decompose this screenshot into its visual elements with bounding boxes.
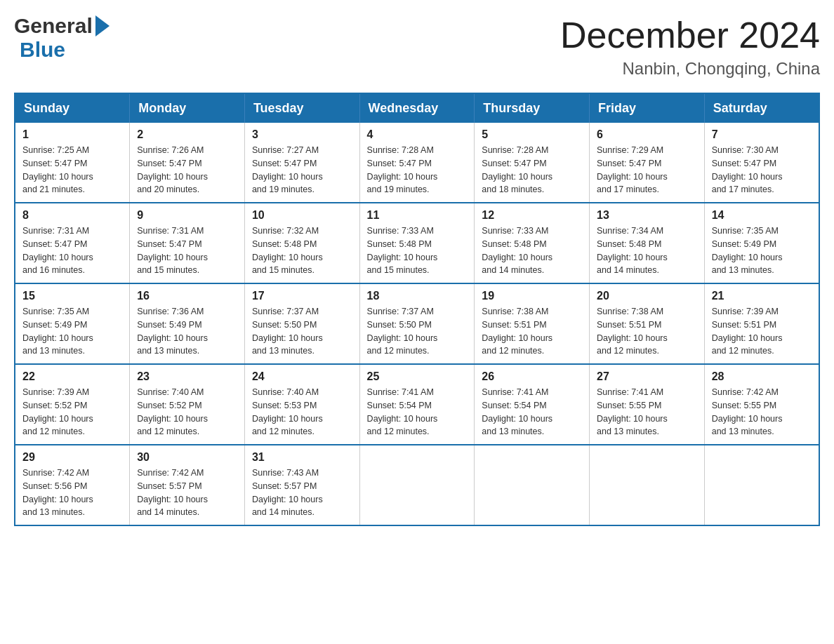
day-cell: 16 Sunrise: 7:36 AMSunset: 5:49 PMDaylig… (130, 283, 245, 364)
day-info: Sunrise: 7:26 AMSunset: 5:47 PMDaylight:… (137, 144, 237, 196)
day-cell: 22 Sunrise: 7:39 AMSunset: 5:52 PMDaylig… (15, 364, 130, 445)
page-header: General Blue December 2024 Nanbin, Chong… (14, 14, 820, 79)
location-title: Nanbin, Chongqing, China (560, 59, 820, 79)
day-number: 7 (712, 128, 812, 141)
day-cell: 4 Sunrise: 7:28 AMSunset: 5:47 PMDayligh… (359, 123, 475, 203)
day-number: 1 (22, 128, 122, 141)
day-info: Sunrise: 7:40 AMSunset: 5:52 PMDaylight:… (137, 386, 237, 438)
day-number: 21 (712, 290, 812, 302)
day-cell: 29 Sunrise: 7:42 AMSunset: 5:56 PMDaylig… (15, 445, 130, 525)
day-cell: 12 Sunrise: 7:33 AMSunset: 5:48 PMDaylig… (475, 203, 590, 283)
day-number: 22 (22, 370, 122, 383)
week-row-1: 1 Sunrise: 7:25 AMSunset: 5:47 PMDayligh… (15, 123, 819, 203)
day-number: 2 (137, 128, 237, 141)
day-cell: 23 Sunrise: 7:40 AMSunset: 5:52 PMDaylig… (130, 364, 245, 445)
day-cell: 10 Sunrise: 7:32 AMSunset: 5:48 PMDaylig… (244, 203, 359, 283)
day-cell: 8 Sunrise: 7:31 AMSunset: 5:47 PMDayligh… (15, 203, 130, 283)
day-info: Sunrise: 7:37 AMSunset: 5:50 PMDaylight:… (252, 305, 352, 358)
day-number: 13 (597, 209, 697, 222)
day-cell (704, 445, 819, 525)
day-number: 24 (252, 370, 352, 383)
day-info: Sunrise: 7:38 AMSunset: 5:51 PMDaylight:… (482, 305, 582, 358)
day-number: 11 (367, 209, 468, 222)
month-title: December 2024 (560, 14, 820, 56)
day-info: Sunrise: 7:42 AMSunset: 5:55 PMDaylight:… (712, 386, 812, 438)
day-info: Sunrise: 7:33 AMSunset: 5:48 PMDaylight:… (367, 224, 468, 277)
day-cell: 13 Sunrise: 7:34 AMSunset: 5:48 PMDaylig… (590, 203, 705, 283)
day-info: Sunrise: 7:41 AMSunset: 5:55 PMDaylight:… (597, 386, 697, 438)
day-number: 27 (597, 370, 697, 383)
header-thursday: Thursday (475, 93, 590, 123)
day-number: 10 (252, 209, 352, 222)
day-cell: 26 Sunrise: 7:41 AMSunset: 5:54 PMDaylig… (475, 364, 590, 445)
day-number: 31 (252, 451, 352, 464)
logo-blue: Blue (17, 38, 154, 62)
day-number: 26 (482, 370, 582, 383)
day-info: Sunrise: 7:41 AMSunset: 5:54 PMDaylight:… (367, 386, 468, 438)
day-info: Sunrise: 7:30 AMSunset: 5:47 PMDaylight:… (712, 144, 812, 196)
day-info: Sunrise: 7:40 AMSunset: 5:53 PMDaylight:… (252, 386, 352, 438)
week-row-5: 29 Sunrise: 7:42 AMSunset: 5:56 PMDaylig… (15, 445, 819, 525)
day-number: 4 (367, 128, 468, 141)
day-cell: 19 Sunrise: 7:38 AMSunset: 5:51 PMDaylig… (475, 283, 590, 364)
day-cell: 1 Sunrise: 7:25 AMSunset: 5:47 PMDayligh… (15, 123, 130, 203)
day-number: 18 (367, 290, 468, 302)
header-sunday: Sunday (15, 93, 130, 123)
day-cell (590, 445, 705, 525)
day-info: Sunrise: 7:32 AMSunset: 5:48 PMDaylight:… (252, 224, 352, 277)
logo-general: General (14, 14, 93, 38)
day-cell: 20 Sunrise: 7:38 AMSunset: 5:51 PMDaylig… (590, 283, 705, 364)
day-cell: 5 Sunrise: 7:28 AMSunset: 5:47 PMDayligh… (475, 123, 590, 203)
day-cell: 7 Sunrise: 7:30 AMSunset: 5:47 PMDayligh… (704, 123, 819, 203)
day-cell: 27 Sunrise: 7:41 AMSunset: 5:55 PMDaylig… (590, 364, 705, 445)
header-friday: Friday (590, 93, 705, 123)
day-cell: 14 Sunrise: 7:35 AMSunset: 5:49 PMDaylig… (704, 203, 819, 283)
logo: General Blue (14, 14, 154, 62)
day-info: Sunrise: 7:28 AMSunset: 5:47 PMDaylight:… (482, 144, 582, 196)
day-number: 9 (137, 209, 237, 222)
day-info: Sunrise: 7:31 AMSunset: 5:47 PMDaylight:… (137, 224, 237, 277)
day-cell: 15 Sunrise: 7:35 AMSunset: 5:49 PMDaylig… (15, 283, 130, 364)
day-info: Sunrise: 7:42 AMSunset: 5:56 PMDaylight:… (22, 467, 122, 519)
day-number: 12 (482, 209, 582, 222)
day-cell: 30 Sunrise: 7:42 AMSunset: 5:57 PMDaylig… (130, 445, 245, 525)
day-cell: 6 Sunrise: 7:29 AMSunset: 5:47 PMDayligh… (590, 123, 705, 203)
day-info: Sunrise: 7:42 AMSunset: 5:57 PMDaylight:… (137, 467, 237, 519)
week-row-4: 22 Sunrise: 7:39 AMSunset: 5:52 PMDaylig… (15, 364, 819, 445)
day-cell: 17 Sunrise: 7:37 AMSunset: 5:50 PMDaylig… (244, 283, 359, 364)
day-number: 16 (137, 290, 237, 302)
day-number: 29 (22, 451, 122, 464)
day-info: Sunrise: 7:41 AMSunset: 5:54 PMDaylight:… (482, 386, 582, 438)
day-cell: 18 Sunrise: 7:37 AMSunset: 5:50 PMDaylig… (359, 283, 475, 364)
day-info: Sunrise: 7:27 AMSunset: 5:47 PMDaylight:… (252, 144, 352, 196)
day-info: Sunrise: 7:35 AMSunset: 5:49 PMDaylight:… (712, 224, 812, 277)
day-number: 17 (252, 290, 352, 302)
day-info: Sunrise: 7:39 AMSunset: 5:51 PMDaylight:… (712, 305, 812, 358)
day-cell: 11 Sunrise: 7:33 AMSunset: 5:48 PMDaylig… (359, 203, 475, 283)
header-wednesday: Wednesday (359, 93, 475, 123)
day-cell (475, 445, 590, 525)
calendar-header-row: SundayMondayTuesdayWednesdayThursdayFrid… (15, 93, 819, 123)
day-info: Sunrise: 7:34 AMSunset: 5:48 PMDaylight:… (597, 224, 697, 277)
header-tuesday: Tuesday (244, 93, 359, 123)
day-info: Sunrise: 7:43 AMSunset: 5:57 PMDaylight:… (252, 467, 352, 519)
day-cell: 25 Sunrise: 7:41 AMSunset: 5:54 PMDaylig… (359, 364, 475, 445)
day-info: Sunrise: 7:38 AMSunset: 5:51 PMDaylight:… (597, 305, 697, 358)
day-number: 20 (597, 290, 697, 302)
day-number: 8 (22, 209, 122, 222)
day-number: 6 (597, 128, 697, 141)
day-cell: 31 Sunrise: 7:43 AMSunset: 5:57 PMDaylig… (244, 445, 359, 525)
day-info: Sunrise: 7:37 AMSunset: 5:50 PMDaylight:… (367, 305, 468, 358)
day-cell: 21 Sunrise: 7:39 AMSunset: 5:51 PMDaylig… (704, 283, 819, 364)
day-number: 19 (482, 290, 582, 302)
day-cell: 9 Sunrise: 7:31 AMSunset: 5:47 PMDayligh… (130, 203, 245, 283)
week-row-3: 15 Sunrise: 7:35 AMSunset: 5:49 PMDaylig… (15, 283, 819, 364)
day-number: 14 (712, 209, 812, 222)
day-cell: 24 Sunrise: 7:40 AMSunset: 5:53 PMDaylig… (244, 364, 359, 445)
header-monday: Monday (130, 93, 245, 123)
day-number: 15 (22, 290, 122, 302)
day-info: Sunrise: 7:31 AMSunset: 5:47 PMDaylight:… (22, 224, 122, 277)
day-number: 3 (252, 128, 352, 141)
header-saturday: Saturday (704, 93, 819, 123)
logo-arrow-icon (95, 15, 110, 36)
